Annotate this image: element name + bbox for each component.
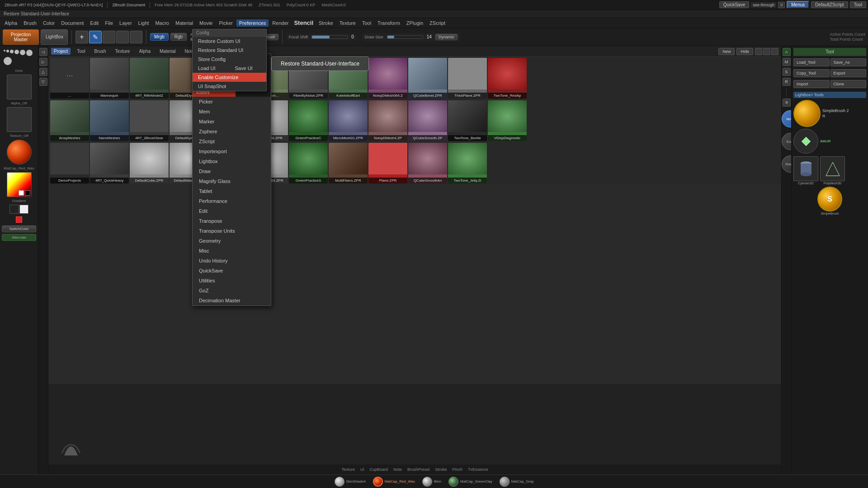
- texture-preview[interactable]: [7, 107, 32, 132]
- pref-lightbox[interactable]: Lightbox: [193, 156, 271, 166]
- lb-list-icon[interactable]: [755, 48, 762, 55]
- enable-customize-item[interactable]: Enable Customize: [193, 73, 266, 82]
- menu-transform[interactable]: Transform: [375, 19, 403, 27]
- lb-nav-texture[interactable]: Texture: [113, 48, 133, 55]
- pref-mem[interactable]: Mem: [193, 107, 271, 117]
- rgb-button[interactable]: Rgb: [170, 33, 187, 41]
- rside-btn1[interactable]: A: [783, 48, 791, 56]
- menu-alpha[interactable]: Alpha: [2, 19, 20, 27]
- color-picker[interactable]: [7, 172, 32, 197]
- lb-item-micro[interactable]: MicroMesh01.ZPR: [329, 100, 368, 141]
- pref-geometry[interactable]: Geometry: [193, 236, 271, 246]
- bottom-pinch[interactable]: Pinch: [453, 467, 463, 472]
- lb-item-mannequin[interactable]: Mannequin: [90, 58, 129, 99]
- zbdocument[interactable]: ZBrush Document: [109, 2, 148, 8]
- menu-movie[interactable]: Movie: [197, 19, 215, 27]
- mrgb-button[interactable]: Mrgb: [150, 33, 169, 41]
- lb-hide-button[interactable]: Hide: [736, 48, 753, 55]
- menu-picker[interactable]: Picker: [216, 19, 236, 27]
- lb-item-zbsear[interactable]: 4R7_ZBrushSear: [130, 100, 169, 141]
- load-tool-button[interactable]: Load_Tool: [793, 58, 830, 66]
- menu-render[interactable]: Render: [269, 19, 291, 27]
- alpha-preview[interactable]: [7, 75, 32, 99]
- lb-item-heavy[interactable]: 4R7_QuickHeavy: [90, 143, 129, 183]
- save-as-button[interactable]: Save_As: [830, 58, 867, 66]
- pref-zscript[interactable]: ZScript: [193, 136, 271, 146]
- polymesh3d-icon[interactable]: [820, 156, 845, 181]
- ui-snapshot-item[interactable]: UI SnapShot: [193, 82, 266, 91]
- lb-item-plane[interactable]: Plane.ZPR: [368, 143, 407, 183]
- bottom-texture[interactable]: Texture: [341, 467, 355, 472]
- green-clay-icon[interactable]: [448, 477, 458, 487]
- lb-grid-icon[interactable]: [763, 48, 770, 55]
- menu-preferences[interactable]: Preferences: [236, 19, 269, 27]
- lb-item-beetle[interactable]: TwoTone_Beetle: [448, 100, 487, 141]
- defaultz-button[interactable]: DefaultZScript: [811, 1, 848, 8]
- simplebrush-large-icon[interactable]: S: [817, 187, 842, 211]
- menu-macro[interactable]: Macro: [152, 19, 172, 27]
- lb-item-nano[interactable]: NanoMeshes: [90, 100, 129, 141]
- lb-item-multifib[interactable]: MultiFibers.ZPR: [329, 143, 368, 183]
- menu-zscript[interactable]: ZScript: [427, 19, 448, 27]
- pref-magnify[interactable]: Magnify Glass: [193, 176, 271, 186]
- lb-nav-material[interactable]: Material: [157, 48, 179, 55]
- pref-performance[interactable]: Performance: [193, 196, 271, 206]
- pref-transpose[interactable]: Transpose: [193, 216, 271, 226]
- restore-standard-ui-item[interactable]: Restore Standard UI: [193, 46, 266, 55]
- rside-frame[interactable]: ⊞: [783, 99, 791, 107]
- quicksave-button[interactable]: QuickSave: [719, 1, 749, 8]
- lb-new-button[interactable]: New: [718, 48, 735, 55]
- rside-btn3[interactable]: S: [783, 68, 791, 76]
- bottom-cupboard[interactable]: CupBoard: [369, 467, 388, 472]
- restore-custom-ui-item[interactable]: Restore Custom UI: [193, 37, 266, 46]
- draw-icon2[interactable]: ✎: [89, 31, 102, 43]
- lb-item-twotone1[interactable]: TwoTone_RedAp: [488, 58, 527, 99]
- lb-item-green2[interactable]: GreenPracticeS: [289, 143, 328, 183]
- lb-item-array[interactable]: ArrayMeshes: [50, 100, 89, 141]
- side-btn4[interactable]: ▽: [39, 78, 47, 86]
- switchcolor-button[interactable]: SwitchColor: [2, 225, 36, 232]
- lb-item-thick[interactable]: ThickPlane.ZPR: [448, 58, 487, 99]
- store-config-item[interactable]: Store Config: [193, 55, 266, 64]
- clone-button[interactable]: Clone: [830, 80, 867, 88]
- pref-decimation[interactable]: Decimation Master: [193, 296, 271, 305]
- bottom-note[interactable]: Note: [393, 467, 402, 472]
- bottom-ui[interactable]: Ui: [360, 467, 364, 472]
- lb-nav-alpha[interactable]: Alpha: [136, 48, 153, 55]
- menu-brush[interactable]: Brush: [21, 19, 39, 27]
- matcap-preview[interactable]: [7, 140, 32, 164]
- draw-icon5[interactable]: [130, 31, 142, 43]
- tool-header-btn[interactable]: Tool: [850, 1, 866, 8]
- lb-item-noisy1[interactable]: NoisyDMesh064.Z: [368, 58, 407, 99]
- pref-utilities[interactable]: Utilities: [193, 276, 271, 286]
- simple-brush-icon[interactable]: [793, 100, 821, 127]
- menu-texture[interactable]: Texture: [337, 19, 359, 27]
- lb-item-green1[interactable]: GreenPracticeC: [289, 100, 328, 141]
- black-swatch[interactable]: [9, 205, 19, 214]
- pref-misc[interactable]: Misc: [193, 246, 271, 256]
- draw-icon1[interactable]: +: [75, 31, 88, 43]
- pref-transpose-units[interactable]: Transpose Units: [193, 226, 271, 236]
- matcap-red-icon[interactable]: [373, 477, 383, 487]
- pref-importexport[interactable]: Importexport: [193, 146, 271, 156]
- side-btn2[interactable]: ▷: [39, 58, 47, 66]
- pref-draw[interactable]: Draw: [193, 166, 271, 176]
- lightbox-button[interactable]: LightBox: [41, 29, 68, 45]
- focal-slider[interactable]: [311, 35, 348, 39]
- menu-edit[interactable]: Edit: [87, 19, 101, 27]
- copy-tool-button[interactable]: Copy_Tool: [793, 69, 830, 77]
- menu-material[interactable]: Material: [173, 19, 196, 27]
- menu-layer[interactable]: Layer: [117, 19, 135, 27]
- ar-icon[interactable]: [793, 129, 818, 154]
- lb-item-qsmooth[interactable]: QCubeSmooth.ZP: [408, 100, 447, 141]
- lb-item-rifle[interactable]: 4R7_RifleModelZ: [130, 58, 169, 99]
- pref-edit[interactable]: Edit: [193, 206, 271, 216]
- side-btn3[interactable]: △: [39, 68, 47, 76]
- menu-stroke[interactable]: Stroke: [316, 19, 336, 27]
- cylinder3d-icon[interactable]: [793, 156, 818, 181]
- lb-item-qsmooth2[interactable]: QCubeSmoothAn: [408, 143, 447, 183]
- side-btn1[interactable]: ◁: [39, 48, 47, 56]
- bottom-txessence[interactable]: TxEssence: [468, 467, 488, 472]
- bottom-stroke[interactable]: Stroke: [435, 467, 447, 472]
- lb-detail-icon[interactable]: [771, 48, 778, 55]
